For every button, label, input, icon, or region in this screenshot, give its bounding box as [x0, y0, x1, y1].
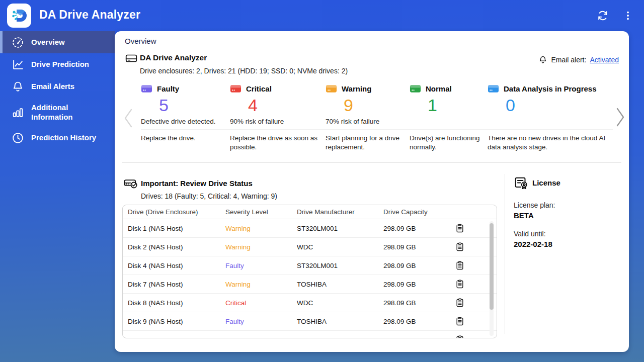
column-header: Drive Capacity [383, 208, 445, 216]
status-card-count: 0 [506, 95, 515, 116]
status-card-desc2: There are no new drives in the cloud AI … [488, 134, 607, 152]
copy-details-button[interactable] [455, 241, 466, 252]
content-panel: Overview DA Drive Analyzer Drive enclosu… [115, 31, 629, 352]
manufacturer-cell: WDC [297, 299, 383, 307]
bar-chart-icon [11, 106, 24, 119]
severity-cell: Critical [225, 299, 297, 307]
severity-cell: Faulty [225, 262, 297, 269]
refresh-button[interactable] [596, 9, 610, 23]
table-row[interactable]: Disk 7 (NAS Host) Warning TOSHIBA 298.09… [123, 275, 497, 294]
status-cards: Faulty 5 Defective drive detected. Repla… [141, 83, 613, 156]
manufacturer-cell: TOSHIBA [297, 318, 383, 325]
license-title: License [532, 178, 560, 187]
status-card-desc2: Start planning for a drive replacement. [326, 134, 404, 152]
sidebar-item-label: Drive Prediction [31, 59, 98, 69]
capacity-cell: 298.09 GB [383, 225, 445, 232]
sidebar-item-email-alerts[interactable]: Email Alerts [0, 75, 115, 98]
sidebar-item-drive-prediction[interactable]: Drive Prediction [0, 53, 115, 75]
table-row[interactable]: Disk 2 (NAS Host) Warning WDC 298.09 GB [123, 238, 497, 256]
status-card-label: Faulty [157, 84, 179, 93]
drive-cell: Disk 7 (NAS Host) [128, 281, 225, 288]
table-row[interactable]: Disk 8 (NAS Host) Critical WDC 298.09 GB [123, 294, 497, 312]
copy-details-button[interactable] [455, 334, 466, 338]
manufacturer-cell: ST320LM001 [297, 225, 383, 232]
status-card-normal: Normal 1 Drive(s) are functioning normal… [410, 83, 488, 156]
sidebar-item-prediction-history[interactable]: Prediction History [0, 127, 115, 149]
drive-status-icon [326, 84, 337, 93]
drive-status-icon [488, 84, 499, 93]
drive-status-icon [230, 84, 242, 93]
severity-cell: Faulty [225, 318, 297, 325]
drive-cell: Disk 8 (NAS Host) [128, 299, 225, 307]
more-menu-button[interactable] [621, 9, 635, 23]
status-card-desc1: 70% risk of failure [326, 118, 404, 125]
email-alert-label: Email alert: [551, 56, 586, 64]
drive-cell: Disk 1 (NAS Host) [128, 225, 225, 232]
status-card-count: 5 [159, 95, 169, 116]
table-row-partial[interactable] [123, 331, 497, 338]
table-row[interactable]: Disk 1 (NAS Host) Warning ST320LM001 298… [123, 219, 497, 238]
manufacturer-cell: TOSHIBA [297, 281, 383, 288]
summary-subtitle: Drive enclosures: 2, Drives: 21 (HDD: 19… [140, 67, 348, 75]
breadcrumb: Overview [125, 37, 156, 45]
drive-check-icon [123, 176, 138, 191]
table-row[interactable]: Disk 4 (NAS Host) Faulty ST320LM001 298.… [123, 256, 497, 275]
sidebar-item-additional-information[interactable]: Additional Information [0, 98, 115, 127]
drive-status-icon [141, 84, 152, 93]
status-card-desc2: Replace the drive. [141, 134, 224, 143]
capacity-cell: 298.09 GB [383, 318, 445, 325]
manufacturer-cell: WDC [297, 243, 383, 251]
status-card-desc2: Replace the drive as soon as possible. [230, 134, 319, 152]
status-card-label: Data Analysis in Progress [504, 84, 597, 93]
severity-cell: Warning [225, 225, 297, 232]
copy-details-button[interactable] [455, 260, 466, 271]
copy-details-button[interactable] [455, 297, 466, 308]
severity-cell: Warning [225, 281, 297, 288]
sidebar-item-overview[interactable]: Overview [0, 31, 115, 53]
copy-details-button[interactable] [455, 223, 466, 234]
license-valid-value: 2022-02-18 [514, 240, 552, 248]
sidebar-item-label: Overview [31, 37, 98, 47]
drive-cell: Disk 2 (NAS Host) [128, 243, 225, 251]
copy-details-button[interactable] [455, 316, 466, 327]
drive-table: Drive (Drive Enclosure) Severity Level D… [122, 205, 497, 338]
status-card-desc1: 90% risk of failure [230, 118, 319, 125]
status-card-warning: Warning 9 70% risk of failure Start plan… [326, 83, 410, 156]
capacity-cell: 298.09 GB [383, 243, 445, 251]
status-card-critical: Critical 4 90% risk of failure Replace t… [230, 83, 326, 156]
section-divider [122, 162, 621, 163]
app-title: DA Drive Analyzer [39, 8, 140, 22]
capacity-cell: 298.09 GB [383, 262, 445, 269]
table-header-row: Drive (Drive Enclosure) Severity Level D… [123, 205, 497, 219]
chevron-left-icon [122, 107, 135, 130]
review-subtitle: Drives: 18 (Faulty: 5, Critical: 4, Warn… [141, 192, 277, 200]
status-card-label: Warning [342, 84, 371, 93]
status-card-desc1: Defective drive detected. [141, 118, 224, 125]
license-plan-label: License plan: [514, 201, 555, 209]
drive-icon [124, 52, 138, 65]
bell-icon [11, 80, 24, 93]
table-scrollbar-thumb[interactable] [490, 223, 494, 310]
cards-row-divider [141, 129, 613, 130]
chevron-right-icon [614, 106, 627, 129]
sidebar: Overview Drive Prediction Email Alerts A… [0, 31, 115, 149]
status-card-data-analysis: Data Analysis in Progress 0 There are no… [488, 83, 613, 156]
license-divider [505, 174, 505, 334]
carousel-prev-button[interactable] [122, 107, 135, 130]
bell-icon [538, 55, 547, 64]
email-alert-activated-link[interactable]: Activated [590, 56, 619, 64]
sidebar-item-label: Additional Information [31, 103, 98, 122]
license-valid-label: Valid until: [514, 230, 546, 238]
carousel-next-button[interactable] [614, 106, 627, 129]
severity-cell: Warning [225, 243, 297, 251]
status-card-count: 1 [428, 95, 437, 116]
email-alert-status: Email alert: Activated [538, 55, 619, 64]
gauge-icon [11, 36, 24, 49]
copy-details-button[interactable] [455, 279, 466, 290]
app-header: DA Drive Analyzer [0, 0, 644, 31]
review-title: Important: Review Drive Status [141, 179, 253, 188]
table-row[interactable]: Disk 9 (NAS Host) Faulty TOSHIBA 298.09 … [123, 312, 497, 331]
column-header: Drive (Drive Enclosure) [128, 208, 225, 216]
app-logo [7, 4, 31, 28]
column-header: Severity Level [225, 208, 297, 216]
